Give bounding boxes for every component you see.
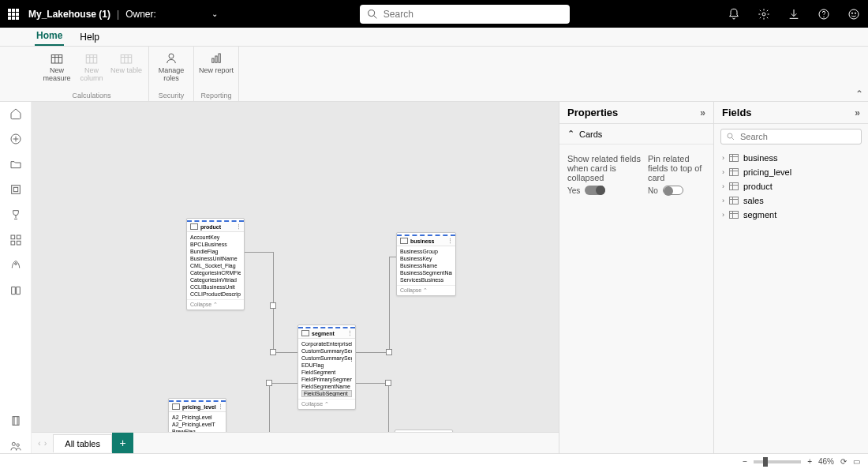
new-measure-button[interactable]: New measure: [39, 47, 74, 83]
table-collapse[interactable]: Collapse ⌃: [397, 285, 455, 295]
fields-search-input[interactable]: [740, 132, 856, 141]
table-column[interactable]: BusinessSegmentName: [400, 269, 452, 276]
nav-trophy-icon[interactable]: [9, 208, 23, 222]
field-table-sales[interactable]: ›sales: [717, 193, 865, 208]
table-icon: [190, 223, 198, 230]
svg-point-26: [728, 133, 732, 138]
nav-folder-icon[interactable]: [9, 157, 23, 171]
table-card-sales[interactable]: sales⋮S.ByEDUCgrossSalesTameCollapse ⌃: [395, 430, 453, 432]
svg-rect-23: [13, 417, 19, 426]
field-table-pricing_level[interactable]: ›pricing_level: [717, 165, 865, 179]
field-table-label: pricing_level: [743, 167, 791, 177]
table-column[interactable]: EDUFlag: [301, 362, 352, 369]
table-collapse[interactable]: Collapse ⌃: [187, 299, 244, 310]
table-column[interactable]: CustomSummarySegment: [301, 355, 352, 362]
table-name: business: [410, 238, 434, 244]
nav-people-icon[interactable]: [9, 439, 23, 453]
global-search-input[interactable]: [383, 9, 563, 20]
tab-help[interactable]: Help: [78, 28, 101, 46]
table-column[interactable]: ServicesBusiness: [400, 276, 452, 283]
show-related-toggle[interactable]: Yes: [567, 186, 648, 195]
table-name: segment: [312, 331, 335, 336]
field-table-label: product: [743, 182, 773, 191]
nav-home-icon[interactable]: [9, 107, 23, 121]
table-column[interactable]: FieldPrimarySegment: [301, 376, 352, 383]
nav-deploy-icon[interactable]: [9, 258, 23, 272]
properties-collapse-icon[interactable]: »: [700, 107, 705, 118]
add-diagram-tab-button[interactable]: +: [112, 433, 133, 454]
zoom-slider[interactable]: [754, 460, 801, 463]
table-more-icon[interactable]: ⋮: [218, 403, 223, 410]
model-canvas[interactable]: product⋮AccountKeyBPCLBusinessBundleFlag…: [32, 102, 559, 432]
table-collapse[interactable]: Collapse ⌃: [298, 399, 355, 409]
nav-onelake-icon[interactable]: [9, 182, 23, 197]
table-column[interactable]: FieldSegment: [301, 369, 352, 376]
settings-icon[interactable]: [758, 8, 770, 21]
nav-workspaces-icon[interactable]: [9, 414, 23, 428]
table-column[interactable]: A2_PricingLevel: [172, 414, 223, 421]
field-table-product[interactable]: ›product: [717, 179, 865, 193]
table-column[interactable]: CustomSummarySector: [301, 347, 352, 355]
table-column[interactable]: BusinessGroup: [400, 248, 452, 255]
table-card-segment[interactable]: segment⋮CorporateEnterpriseFlagCustomSum…: [297, 325, 356, 410]
properties-section-cards[interactable]: ⌃ Cards: [559, 124, 713, 144]
new-column-button[interactable]: New column: [74, 47, 109, 83]
field-table-business[interactable]: ›business: [717, 151, 865, 165]
table-column[interactable]: CCLIProductDescriptionBeServices: [190, 291, 241, 298]
owner-dropdown[interactable]: ⌄: [211, 9, 218, 18]
refresh-icon[interactable]: ⟳: [840, 457, 847, 466]
feedback-icon[interactable]: [847, 8, 860, 21]
field-table-segment[interactable]: ›segment: [717, 208, 865, 222]
table-column[interactable]: BundleFlag: [190, 248, 241, 255]
chevron-up-icon: ⌃: [567, 129, 574, 139]
fields-collapse-icon[interactable]: »: [855, 107, 860, 118]
fit-screen-icon[interactable]: ▭: [853, 457, 860, 466]
table-column[interactable]: AccountKey: [190, 234, 241, 241]
table-more-icon[interactable]: ⋮: [347, 330, 352, 336]
zoom-out-button[interactable]: −: [743, 457, 747, 466]
download-icon[interactable]: [788, 8, 800, 21]
table-column[interactable]: CorporateEnterpriseFlag: [301, 340, 352, 347]
new-report-button[interactable]: New report: [199, 47, 234, 75]
table-card-pricing_level[interactable]: pricing_level⋮A2_PricingLevelA2_PricingL…: [168, 398, 226, 432]
nav-add-icon[interactable]: [9, 132, 23, 146]
table-column[interactable]: CCLIBusinessUnit: [190, 283, 241, 291]
table-column[interactable]: CategoriesinVitriad: [190, 276, 241, 283]
fields-table-list: ›business›pricing_level›product›sales›se…: [714, 149, 868, 223]
table-more-icon[interactable]: ⋮: [236, 223, 241, 230]
table-column[interactable]: BusinessUnitName: [190, 255, 241, 262]
properties-title: Properties: [567, 107, 618, 118]
tab-scroll-arrows[interactable]: ‹›: [32, 438, 53, 448]
table-column[interactable]: BPCLBusiness: [190, 241, 241, 248]
nav-learn-icon[interactable]: [9, 283, 23, 298]
table-icon: [729, 197, 739, 204]
table-column[interactable]: CategoriesinCRMField: [190, 269, 241, 276]
table-card-business[interactable]: business⋮BusinessGroupBusinessKeyBusines…: [396, 232, 456, 296]
app-launcher-icon[interactable]: [8, 9, 19, 20]
nav-apps-icon[interactable]: [9, 233, 23, 247]
table-column[interactable]: FieldSubSegment: [301, 390, 352, 397]
table-column[interactable]: BusinessName: [400, 262, 452, 269]
global-search[interactable]: [360, 5, 570, 24]
tab-home[interactable]: Home: [35, 27, 64, 46]
table-card-product[interactable]: product⋮AccountKeyBPCLBusinessBundleFlag…: [186, 218, 245, 310]
owner-label: Owner:: [125, 9, 156, 20]
table-more-icon[interactable]: ⋮: [447, 238, 452, 244]
table-column[interactable]: FieldSegmentName: [301, 383, 352, 390]
table-column[interactable]: BusinessKey: [400, 255, 452, 262]
table-column[interactable]: A2_PricingLevelT: [172, 421, 223, 428]
diagram-tab-all-tables[interactable]: All tables: [53, 434, 112, 452]
svg-point-4: [824, 17, 825, 17]
new-table-button[interactable]: New table: [109, 47, 144, 75]
notifications-icon[interactable]: [728, 8, 740, 21]
svg-rect-13: [215, 56, 217, 62]
help-icon[interactable]: [817, 8, 830, 21]
zoom-in-button[interactable]: +: [807, 457, 812, 466]
fields-search[interactable]: [720, 129, 862, 144]
manage-roles-button[interactable]: Manage roles: [154, 47, 189, 83]
collapse-ribbon-icon[interactable]: ⌃: [855, 88, 863, 99]
pin-related-toggle[interactable]: No: [648, 186, 705, 195]
svg-rect-12: [212, 58, 214, 62]
table-column[interactable]: BrewFlag: [172, 428, 223, 432]
table-column[interactable]: CML_Socket_Flag: [190, 262, 241, 269]
